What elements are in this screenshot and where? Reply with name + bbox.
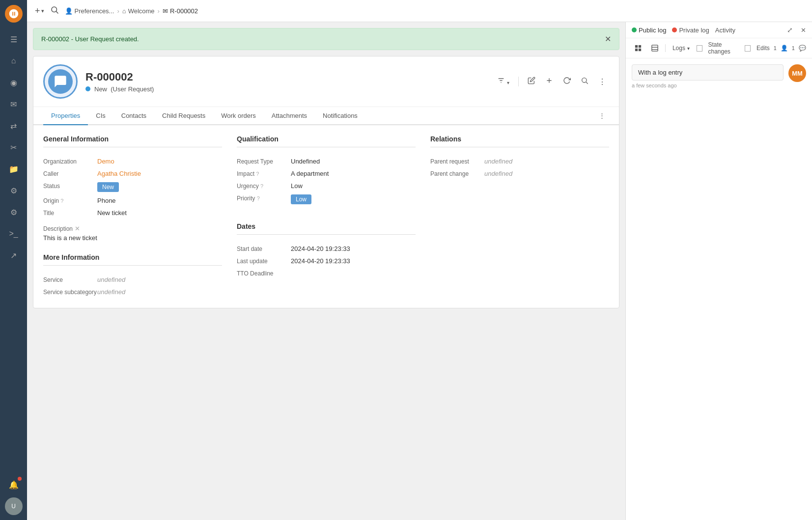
breadcrumb-welcome[interactable]: ⌂ Welcome xyxy=(122,7,155,15)
relations-section: Relations Parent request undefined Paren… xyxy=(430,135,609,298)
parent-change-value: undefined xyxy=(484,170,609,177)
add-dropdown-icon: ▾ xyxy=(41,8,44,14)
svg-rect-10 xyxy=(639,45,641,48)
view-toggle-2[interactable] xyxy=(648,43,661,53)
add-button[interactable]: + ▾ xyxy=(35,6,44,16)
field-organization: Organization Demo xyxy=(43,155,222,167)
dates-divider xyxy=(237,234,416,235)
field-last-update: Last update 2024-04-20 19:23:33 xyxy=(237,255,416,267)
tabs-more-button[interactable]: ⋮ xyxy=(595,107,609,124)
title-value: New ticket xyxy=(97,209,222,217)
add-record-button[interactable] xyxy=(542,75,556,88)
search-button[interactable] xyxy=(50,5,59,17)
field-origin: Origin ? Phone xyxy=(43,194,222,207)
filter-button[interactable]: ▾ xyxy=(494,75,512,88)
organization-label: Organization xyxy=(43,158,97,165)
sidebar-terminal-icon[interactable]: >_ xyxy=(5,225,23,243)
qualification-divider xyxy=(237,147,416,147)
sidebar-transfer-icon[interactable]: ⇄ xyxy=(5,117,23,135)
sidebar-notifications-icon[interactable]: 🔔 xyxy=(5,476,23,493)
record-title-area: R-000002 New (User Request) xyxy=(85,71,494,93)
description-label: Description ✕ xyxy=(43,225,222,232)
app-logo[interactable] xyxy=(5,5,23,23)
tab-child-requests[interactable]: Child Requests xyxy=(154,107,213,125)
field-priority: Priority ? Low xyxy=(237,192,416,207)
field-parent-request: Parent request undefined xyxy=(430,155,609,167)
field-service: Service undefined xyxy=(43,274,222,286)
search-record-button[interactable] xyxy=(578,75,591,88)
sidebar-menu-icon[interactable]: ☰ xyxy=(5,30,23,48)
caller-value[interactable]: Agatha Christie xyxy=(97,170,222,177)
svg-rect-9 xyxy=(635,45,638,48)
rpanel-tab-private-log[interactable]: Private log xyxy=(672,27,709,34)
refresh-button[interactable] xyxy=(560,75,574,88)
status-label: Status xyxy=(43,182,97,190)
relations-divider xyxy=(430,147,609,147)
sidebar-folder-icon[interactable]: 📁 xyxy=(5,160,23,178)
breadcrumb-sep-2: › xyxy=(158,7,160,15)
tab-cis[interactable]: CIs xyxy=(88,107,113,125)
record-icon xyxy=(48,69,73,94)
add-icon: + xyxy=(35,6,40,16)
tab-contacts[interactable]: Contacts xyxy=(113,107,154,125)
action-divider xyxy=(518,77,519,86)
expand-panel-button[interactable]: ⤢ xyxy=(787,26,793,34)
sidebar-settings-icon[interactable]: ⚙ xyxy=(5,182,23,199)
private-log-dot xyxy=(672,27,677,32)
start-date-value: 2024-04-20 19:23:33 xyxy=(291,245,416,252)
tab-work-orders[interactable]: Work orders xyxy=(213,107,264,125)
record-tabs: Properties CIs Contacts Child Requests W… xyxy=(33,107,619,125)
origin-value: Phone xyxy=(97,197,222,204)
field-request-type: Request Type Undefined xyxy=(237,155,416,167)
edits-label: Edits xyxy=(756,45,770,52)
notification-badge xyxy=(18,477,22,481)
state-changes-checkbox[interactable] xyxy=(697,45,702,52)
field-start-date: Start date 2024-04-20 19:23:33 xyxy=(237,243,416,255)
sidebar-home-icon[interactable]: ⌂ xyxy=(5,52,23,70)
service-subcategory-label: Service subcategory xyxy=(43,288,97,296)
toolbar-sep xyxy=(665,44,666,52)
topbar: + ▾ 👤 Preferences... › ⌂ Welcome › ✉ R-0… xyxy=(27,0,812,22)
qualification-title: Qualification xyxy=(237,135,416,143)
status-dot xyxy=(85,86,90,91)
sidebar-tools-icon[interactable]: ✂ xyxy=(5,138,23,156)
record-icon-wrapper xyxy=(43,64,78,99)
tab-attachments[interactable]: Attachments xyxy=(264,107,315,125)
close-panel-button[interactable]: ✕ xyxy=(801,27,806,34)
sidebar-dashboard-icon[interactable]: ◉ xyxy=(5,74,23,91)
tab-notifications[interactable]: Notifications xyxy=(315,107,365,125)
more-actions-button[interactable]: ⋮ xyxy=(595,75,609,88)
user-icon: 👤 xyxy=(65,7,73,15)
record-actions: ▾ xyxy=(494,75,609,88)
filter-dropdown-icon: ▾ xyxy=(507,80,509,85)
rpanel-tab-activity[interactable]: Activity xyxy=(715,27,735,34)
main-area: + ▾ 👤 Preferences... › ⌂ Welcome › ✉ R-0… xyxy=(27,0,812,520)
edit-button[interactable] xyxy=(525,75,538,88)
origin-label: Origin ? xyxy=(43,197,97,204)
sidebar-messages-icon[interactable]: ✉ xyxy=(5,95,23,113)
parent-change-label: Parent change xyxy=(430,170,484,177)
status-badge[interactable]: New xyxy=(97,182,119,192)
svg-rect-12 xyxy=(639,49,641,51)
edits-checkbox[interactable] xyxy=(745,45,751,52)
request-type-label: Request Type xyxy=(237,158,291,165)
breadcrumb-preferences[interactable]: 👤 Preferences... xyxy=(65,7,114,15)
view-toggle-1[interactable] xyxy=(632,43,644,53)
alert-banner: R-000002 - User Request created. ✕ xyxy=(33,28,619,50)
sidebar-config-icon[interactable]: ⚙ xyxy=(5,203,23,221)
organization-value[interactable]: Demo xyxy=(97,158,222,165)
record-header: R-000002 New (User Request) xyxy=(33,56,619,107)
rpanel-tab-public-log[interactable]: Public log xyxy=(632,27,666,34)
user-avatar-sidebar[interactable]: U xyxy=(5,497,23,515)
impact-value: A department xyxy=(291,170,416,177)
service-value: undefined xyxy=(97,276,222,283)
logs-filter-button[interactable]: Logs ▾ xyxy=(670,43,693,53)
tab-properties[interactable]: Properties xyxy=(43,107,88,125)
log-time: a few seconds ago xyxy=(632,82,784,88)
sidebar-share-icon[interactable]: ↗ xyxy=(5,246,23,264)
logs-dropdown-icon: ▾ xyxy=(687,46,690,51)
log-entry: With a log entry a few seconds ago MM xyxy=(632,64,806,88)
log-message-box: With a log entry xyxy=(632,64,784,81)
alert-close-button[interactable]: ✕ xyxy=(605,34,611,44)
field-service-subcategory: Service subcategory undefined xyxy=(43,286,222,298)
